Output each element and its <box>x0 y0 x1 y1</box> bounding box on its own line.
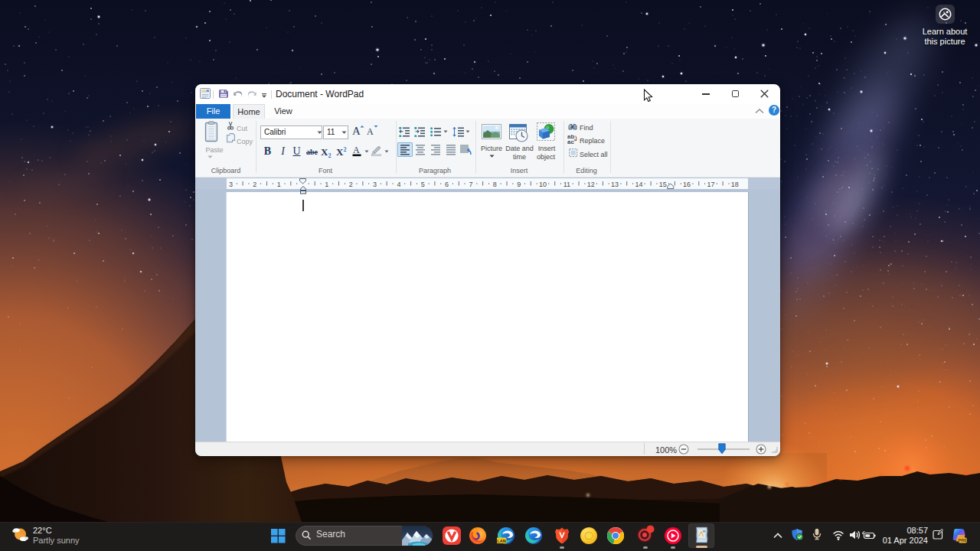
svg-text:5: 5 <box>421 181 425 188</box>
svg-text:11: 11 <box>564 181 570 188</box>
svg-text:A: A <box>353 145 360 155</box>
svg-text:2: 2 <box>349 181 353 188</box>
svg-text:17: 17 <box>707 181 714 188</box>
svg-text:7: 7 <box>469 181 472 188</box>
svg-text:14: 14 <box>635 181 642 188</box>
svg-text:13: 13 <box>611 181 619 188</box>
svg-text:10: 10 <box>539 181 547 188</box>
svg-text:18: 18 <box>731 181 739 188</box>
svg-text:ac: ac <box>567 139 574 145</box>
svg-text:1: 1 <box>325 181 328 188</box>
svg-text:2: 2 <box>253 181 256 188</box>
svg-text:6: 6 <box>445 181 449 188</box>
svg-text:A: A <box>367 126 374 137</box>
svg-text:8: 8 <box>493 181 497 188</box>
svg-text:3: 3 <box>229 181 233 188</box>
svg-text:15: 15 <box>659 181 667 188</box>
svg-text:4: 4 <box>397 181 400 188</box>
svg-text:3: 3 <box>373 181 377 188</box>
svg-text:1: 1 <box>277 181 281 188</box>
svg-text:LAN: LAN <box>497 539 505 543</box>
svg-text:16: 16 <box>683 181 691 188</box>
svg-text:A: A <box>352 125 361 137</box>
svg-text:12: 12 <box>587 181 595 188</box>
svg-text:PRE: PRE <box>959 538 968 543</box>
svg-text:A: A <box>570 125 574 129</box>
svg-text:9: 9 <box>517 181 521 188</box>
